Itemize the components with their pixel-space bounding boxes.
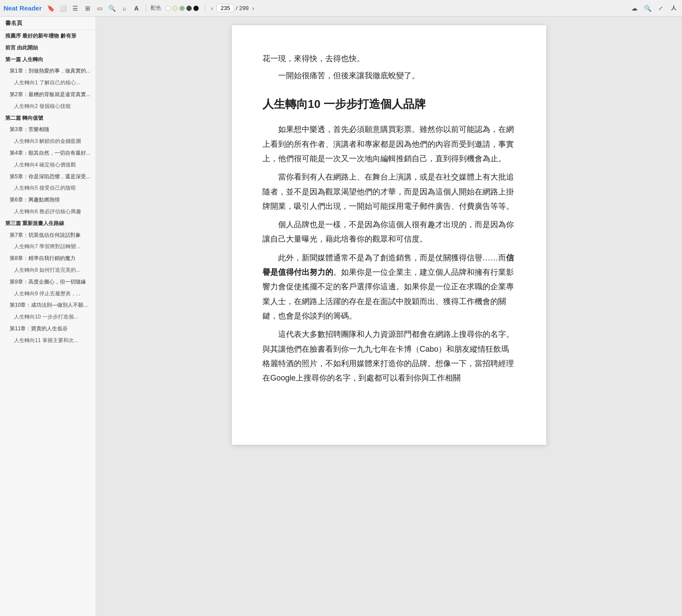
toc-item-ch3[interactable]: 第3章：苦樂相隨	[0, 124, 96, 135]
toc-item-ch7[interactable]: 第7章：切莫低估任何說話對象	[0, 229, 96, 241]
fullscreen-icon[interactable]: ⤢	[656, 3, 665, 13]
prev-page-button[interactable]: ‹	[210, 4, 215, 13]
page-total: 299	[239, 5, 249, 11]
toc-item-preface[interactable]: 前言 由此開始	[0, 42, 96, 54]
toc-item-sub2[interactable]: 人生轉向2 發掘核心技能	[0, 100, 96, 112]
toc-item-ch10[interactable]: 第10章：成功法則—做別人不願...	[0, 299, 96, 311]
toc-item-sub5[interactable]: 人生轉向5 接受自己的陰暗	[0, 182, 96, 194]
toc-item-sub10[interactable]: 人生轉向10 一步步打造個...	[0, 311, 96, 323]
toc-item-ch1[interactable]: 第1章：別做熱愛的事，做真實的...	[0, 65, 96, 77]
toc-item-ch8[interactable]: 第8章：精準自我行銷的魔力	[0, 253, 96, 264]
toc-item-sub6[interactable]: 人生轉向6 務必評估核心興趣	[0, 206, 96, 218]
page-separator: /	[236, 5, 238, 11]
topbar-search-icon[interactable]: 🔍	[643, 3, 652, 13]
book-page: 花一現，來得快，去得也快。 一開始很痛苦，但後來讓我徹底蛻變了。 人生轉向10 …	[232, 25, 546, 445]
bookmark-icon[interactable]: 🔖	[46, 3, 56, 13]
toc-item-sub3[interactable]: 人生轉向3 解鎖你的金錢藍圖	[0, 135, 96, 147]
toc-item-sub9[interactable]: 人生轉向9 停止丟履歷表，...	[0, 288, 96, 300]
paragraph-4: 此外，新聞媒體通常不是為了創造銷售，而是仗關獲得信譽……而信譽是值得付出努力的。…	[262, 251, 516, 323]
paragraph-3: 個人品牌也是一樣，不是因為你這個人很有趣才出現的，而是因為你讓自己大量曝光，藉此…	[262, 218, 516, 247]
toc-item-part3[interactable]: 第三篇 重新規畫人生路線	[0, 218, 96, 229]
toc-item-ch2[interactable]: 第2章：最糟的背板就是違背真實...	[0, 89, 96, 100]
chapter-heading: 人生轉向10 一步步打造個人品牌	[262, 96, 516, 112]
app-title: Neat Reader	[3, 4, 42, 12]
color-label: 配色	[151, 4, 161, 12]
toc-item-ch5[interactable]: 第5章：你是深陷恐懼，還是深受...	[0, 171, 96, 183]
separator-2	[205, 4, 205, 12]
search-icon-1[interactable]: 🔍	[107, 3, 117, 13]
topbar: Neat Reader 🔖 ⬜ ☰ ⊞ ▭ 🔍 ⌕ A 配色 ‹ / 299 ›…	[0, 0, 682, 17]
doc-icon[interactable]: ▭	[95, 3, 105, 13]
paragraph-1: 如果想中樂透，首先必須願意購買彩票。雖然你以前可能認為，在網上看到的所有作者、演…	[262, 122, 516, 166]
black-color-dot[interactable]	[193, 6, 199, 11]
sidebar-book-title: 書名頁	[0, 17, 96, 30]
green-color-dot[interactable]	[179, 6, 185, 11]
search-icon-2[interactable]: ⌕	[120, 3, 129, 13]
toc-item-ch11[interactable]: 第11章：寶貴的人生低谷	[0, 323, 96, 335]
opening-line-2: 一開始很痛苦，但後來讓我徹底蛻變了。	[262, 69, 516, 83]
sepia-color-dot[interactable]	[172, 6, 178, 11]
topbar-right: ☁ 🔍 ⤢ 人	[630, 3, 679, 13]
separator-1	[146, 4, 146, 12]
paragraph-5: 這代表大多數招聘團隊和人力資源部門都會在網路上搜尋你的名字。與其讓他們在臉書看到…	[262, 327, 516, 385]
grid-icon[interactable]: ⊞	[83, 3, 93, 13]
toc-item-ch4[interactable]: 第4章：順其自然，一切自有最好...	[0, 147, 96, 159]
toc-container: 推薦序 最好的新年禮物 齡有形前言 由此開始第一篇 人生轉向第1章：別做熱愛的事…	[0, 30, 96, 346]
menu-icon[interactable]: ☰	[71, 3, 80, 13]
copy-icon[interactable]: ⬜	[59, 3, 68, 13]
opening-line-1: 花一現，來得快，去得也快。	[262, 52, 516, 66]
dark-color-dot[interactable]	[186, 6, 192, 11]
toc-item-part2[interactable]: 第二篇 轉向值號	[0, 112, 96, 124]
white-color-dot[interactable]	[165, 6, 171, 11]
color-scheme-group	[165, 6, 199, 11]
font-size-icon[interactable]: A	[132, 3, 141, 13]
toc-item-sub8[interactable]: 人生轉向8 如何打造完美的...	[0, 264, 96, 276]
page-number-input[interactable]	[217, 4, 234, 12]
next-page-button[interactable]: ›	[251, 4, 256, 13]
toc-item-ch9[interactable]: 第9章：高度企圖心，但一切隨緣	[0, 276, 96, 288]
toc-item-promo[interactable]: 推薦序 最好的新年禮物 齡有形	[0, 30, 96, 42]
toc-item-ch6[interactable]: 第6章：興趣點燃熱情	[0, 194, 96, 206]
sidebar: 書名頁 推薦序 最好的新年禮物 齡有形前言 由此開始第一篇 人生轉向第1章：別做…	[0, 17, 96, 616]
page-navigation: ‹ / 299 ›	[210, 4, 256, 13]
main-layout: 書名頁 推薦序 最好的新年禮物 齡有形前言 由此開始第一篇 人生轉向第1章：別做…	[0, 17, 682, 616]
user-icon[interactable]: 人	[669, 3, 679, 13]
cloud-icon[interactable]: ☁	[630, 3, 639, 13]
toc-item-sub7[interactable]: 人生轉向7 學習將對話轉變...	[0, 241, 96, 253]
paragraph-2: 當你看到有人在網路上、在舞台上演講，或是在社交媒體上有大批追隨者，並不是因為觀眾…	[262, 170, 516, 214]
content-area: 花一現，來得快，去得也快。 一開始很痛苦，但後來讓我徹底蛻變了。 人生轉向10 …	[96, 17, 682, 616]
toc-item-sub11[interactable]: 人生轉向11 掌握主要和次...	[0, 335, 96, 346]
toc-item-sub1[interactable]: 人生轉向1 了解自己的核心...	[0, 77, 96, 89]
toc-item-sub4[interactable]: 人生轉向4 確定核心價值觀	[0, 159, 96, 171]
bold-text: 信譽是值得付出努力的	[262, 253, 514, 277]
toc-item-part1[interactable]: 第一篇 人生轉向	[0, 54, 96, 66]
